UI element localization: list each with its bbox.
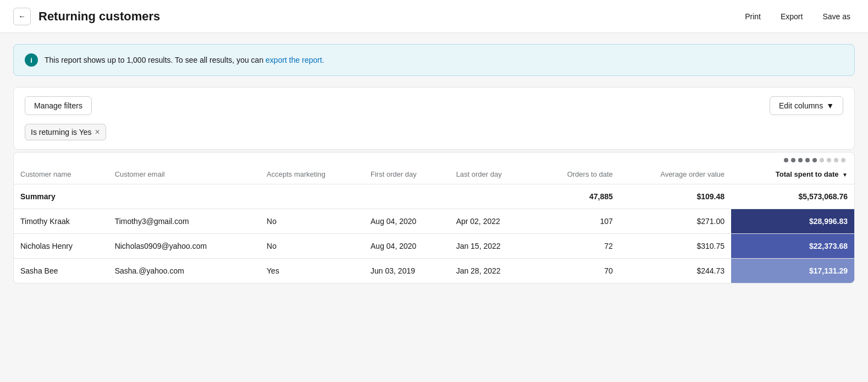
col-customer-name: Customer name: [14, 165, 108, 184]
cell-email: Sasha.@yahoo.com: [108, 259, 260, 283]
save-as-button[interactable]: Save as: [818, 9, 855, 24]
export-report-link[interactable]: export the report.: [266, 56, 324, 64]
sort-arrow-icon: ▼: [842, 172, 848, 178]
summary-row: Summary 47,885 $109.48 $5,573,068.76: [14, 184, 854, 209]
dot-6: [820, 158, 824, 162]
summary-total-spent: $5,573,068.76: [731, 184, 854, 209]
dot-2: [791, 158, 795, 162]
cell-last-order: Jan 15, 2022: [450, 234, 535, 259]
filter-tags: Is returning is Yes ×: [25, 124, 843, 140]
edit-columns-button[interactable]: Edit columns ▼: [770, 96, 843, 115]
page-title: Returning customers: [38, 9, 740, 24]
cell-last-order: Apr 02, 2022: [450, 209, 535, 234]
filter-top-row: Manage filters Edit columns ▼: [25, 96, 843, 115]
dot-4: [805, 158, 810, 162]
summary-avg-order: $109.48: [620, 184, 731, 209]
summary-orders: 47,885: [534, 184, 620, 209]
dot-9: [841, 158, 845, 162]
cell-first-order: Jun 03, 2019: [364, 259, 450, 283]
print-button[interactable]: Print: [740, 9, 765, 24]
back-button[interactable]: ←: [13, 8, 31, 25]
col-first-order: First order day: [364, 165, 450, 184]
cell-name: Nicholas Henry: [14, 234, 108, 259]
col-orders: Orders to date: [534, 165, 620, 184]
cell-avg-order: $310.75: [620, 234, 731, 259]
cell-last-order: Jan 28, 2022: [450, 259, 535, 283]
dots-row: [14, 152, 854, 165]
cell-name: Sasha Bee: [14, 259, 108, 283]
cell-marketing: Yes: [260, 259, 364, 283]
dot-3: [798, 158, 803, 162]
info-icon: i: [25, 53, 38, 67]
col-accepts-marketing: Accepts marketing: [260, 165, 364, 184]
cell-total-spent: $17,131.29: [731, 259, 854, 283]
manage-filters-button[interactable]: Manage filters: [25, 96, 92, 115]
cell-avg-order: $244.73: [620, 259, 731, 283]
cell-first-order: Aug 04, 2020: [364, 234, 450, 259]
cell-email: Timothy3@gmail.com: [108, 209, 260, 234]
cell-email: Nicholas0909@yahoo.com: [108, 234, 260, 259]
cell-marketing: No: [260, 209, 364, 234]
filter-tag-label: Is returning is Yes: [31, 128, 92, 137]
dot-1: [784, 158, 788, 162]
table-row: Timothy Kraak Timothy3@gmail.com No Aug …: [14, 209, 854, 234]
dot-8: [834, 158, 838, 162]
banner-text: This report shows up to 1,000 results. T…: [45, 56, 324, 64]
cell-orders: 72: [534, 234, 620, 259]
header-actions: Print Export Save as: [740, 9, 855, 24]
dot-5: [812, 158, 817, 162]
cell-orders: 107: [534, 209, 620, 234]
summary-label: Summary: [14, 184, 108, 209]
cell-marketing: No: [260, 234, 364, 259]
col-total-spent[interactable]: Total spent to date ▼: [731, 165, 854, 184]
main-content: i This report shows up to 1,000 results.…: [0, 33, 868, 294]
filter-section: Manage filters Edit columns ▼ Is returni…: [13, 87, 855, 150]
cell-total-spent: $28,996.83: [731, 209, 854, 234]
table-section: Customer name Customer email Accepts mar…: [13, 152, 855, 283]
cell-avg-order: $271.00: [620, 209, 731, 234]
dot-7: [827, 158, 831, 162]
back-icon: ←: [18, 12, 25, 20]
col-avg-order: Average order value: [620, 165, 731, 184]
table-row: Nicholas Henry Nicholas0909@yahoo.com No…: [14, 234, 854, 259]
page-header: ← Returning customers Print Export Save …: [0, 0, 868, 33]
export-button[interactable]: Export: [776, 9, 807, 24]
filter-tag-close-button[interactable]: ×: [95, 128, 100, 137]
cell-first-order: Aug 04, 2020: [364, 209, 450, 234]
cell-name: Timothy Kraak: [14, 209, 108, 234]
data-table: Customer name Customer email Accepts mar…: [14, 165, 854, 283]
info-banner: i This report shows up to 1,000 results.…: [13, 44, 855, 76]
chevron-down-icon: ▼: [826, 101, 834, 110]
table-row: Sasha Bee Sasha.@yahoo.com Yes Jun 03, 2…: [14, 259, 854, 283]
table-header-row: Customer name Customer email Accepts mar…: [14, 165, 854, 184]
cell-total-spent: $22,373.68: [731, 234, 854, 259]
col-customer-email: Customer email: [108, 165, 260, 184]
cell-orders: 70: [534, 259, 620, 283]
col-last-order: Last order day: [450, 165, 535, 184]
active-filter-tag: Is returning is Yes ×: [25, 124, 106, 140]
